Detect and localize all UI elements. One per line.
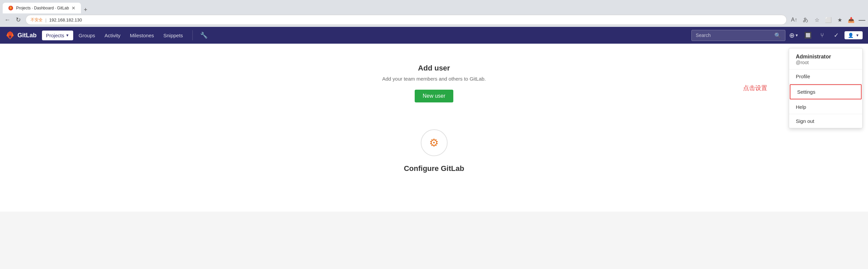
dropdown-help-item[interactable]: Help [789,100,862,114]
dropdown-profile-item[interactable]: Profile [789,69,862,84]
address-separator: | [45,18,46,23]
favorites-btn[interactable]: ★ [835,15,844,25]
address-bar[interactable]: 不安全 | 192.168.182.130 [26,15,787,25]
nav-divider [192,30,193,40]
add-user-section: Add user Add your team members and other… [382,64,486,102]
address-text: 192.168.182.130 [49,18,82,23]
dropdown-signout-item[interactable]: Sign out [789,114,862,128]
gitlab-logo[interactable]: GitLab [5,31,37,40]
add-user-subtitle: Add your team members and others to GitL… [382,76,486,82]
projects-chevron-icon: ▼ [65,33,69,37]
gear-circle-icon: ⚙ [421,129,447,156]
dropdown-header: Administrator @root [789,48,862,69]
gitlab-brand-name: GitLab [18,32,37,39]
user-dropdown-menu: Administrator @root Profile Settings Hel… [789,48,863,128]
user-avatar-button[interactable]: 👤 ▼ [844,31,863,39]
issues-button[interactable]: ✓ [830,30,842,41]
refresh-button[interactable]: ↻ [13,15,23,25]
new-user-button[interactable]: New user [415,90,454,102]
navbar-right: 🔍 ⊕ ▼ 🔲 ⑂ ✓ 👤 ▼ Administrator @root [691,30,863,41]
user-dropdown-chevron-icon: ▼ [856,33,859,37]
dropdown-handle: @root [796,60,856,65]
merge-request-icon: ⑂ [820,32,824,39]
user-menu-section: 👤 ▼ Administrator @root Profile Settings… [844,31,863,39]
tab-favicon [8,5,13,11]
configure-section: ⚙ Configure GitLab [404,129,464,173]
search-icon[interactable]: 🔍 [774,32,781,39]
minimize-button[interactable]: — [859,16,865,24]
collections-btn[interactable]: 📥 [846,15,856,25]
main-content: Add user Add your team members and other… [0,44,868,212]
new-tab-button[interactable]: + [81,6,90,13]
nav-buttons: ← ↻ [3,15,23,25]
address-bar-row: ← ↻ 不安全 | 192.168.182.130 A↑ あ ☆ ⬜ ★ 📥 — [0,13,868,27]
merge-requests-button[interactable]: ⑂ [816,30,828,41]
read-aloud-btn[interactable]: A↑ [789,15,799,25]
search-input[interactable] [696,33,772,38]
annotation-text: 点击设置 [743,84,767,92]
user-avatar-icon: 👤 [848,33,854,38]
security-warning: 不安全 [31,17,43,23]
gitlab-navbar: GitLab Projects ▼ Groups Activity Milest… [0,27,868,44]
nav-items: Projects ▼ Groups Activity Milestones Sn… [42,31,187,40]
snippets-nav-item[interactable]: Snippets [159,31,187,40]
search-box[interactable]: 🔍 [691,30,785,41]
plus-chevron-icon: ▼ [795,33,799,37]
milestones-nav-item[interactable]: Milestones [126,31,158,40]
todo-button[interactable]: 🔲 [802,30,814,41]
plus-icon: ⊕ [789,31,795,39]
gitlab-fox-icon [5,31,15,40]
projects-nav-item[interactable]: Projects ▼ [42,31,73,40]
browser-actions: A↑ あ ☆ ⬜ ★ 📥 [789,15,856,25]
configure-title: Configure GitLab [404,164,464,173]
dropdown-username: Administrator [796,54,856,60]
browser-tab[interactable]: Projects · Dashboard · GitLab ✕ [3,3,81,13]
todo-icon: 🔲 [804,32,812,39]
font-btn[interactable]: あ [801,15,810,25]
tab-title: Projects · Dashboard · GitLab [16,6,69,10]
bookmark-btn[interactable]: ☆ [812,15,822,25]
tab-close-btn[interactable]: ✕ [71,5,75,11]
groups-nav-item[interactable]: Groups [74,31,99,40]
browser-tab-bar: Projects · Dashboard · GitLab ✕ + [0,0,868,13]
issues-icon: ✓ [834,32,839,39]
split-view-btn[interactable]: ⬜ [824,15,833,25]
new-item-button[interactable]: ⊕ ▼ [788,30,800,41]
back-button[interactable]: ← [3,15,12,25]
admin-wrench-icon[interactable]: 🔧 [198,30,210,41]
gear-icon: ⚙ [429,136,439,149]
activity-nav-item[interactable]: Activity [100,31,125,40]
add-user-title: Add user [382,64,486,72]
dropdown-settings-item[interactable]: Settings [790,84,862,99]
